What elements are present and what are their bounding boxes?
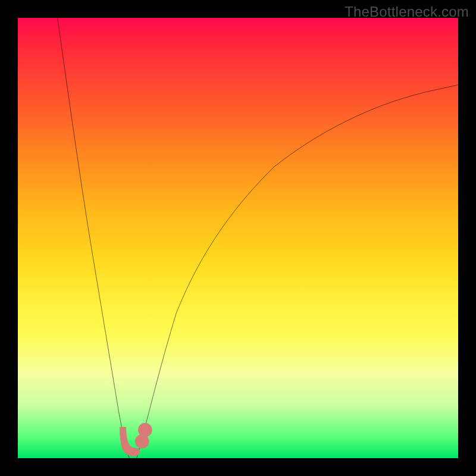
curve-left — [58, 18, 130, 458]
svg-point-0 — [137, 437, 147, 446]
outer-frame: TheBottleneck.com — [0, 0, 476, 476]
svg-point-1 — [140, 425, 150, 435]
marker-cluster — [120, 425, 150, 456]
curve-right — [137, 84, 458, 458]
chart-svg — [18, 18, 458, 458]
watermark-text: TheBottleneck.com — [345, 4, 469, 20]
plot-area — [18, 18, 458, 458]
